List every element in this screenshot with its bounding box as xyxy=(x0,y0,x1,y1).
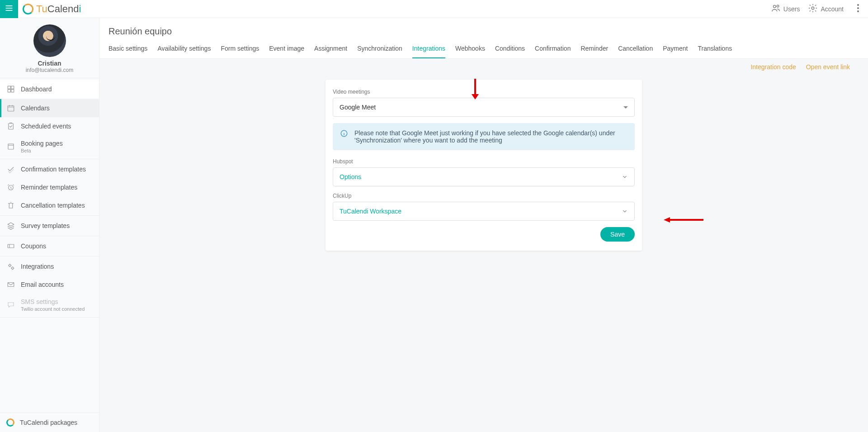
mail-icon xyxy=(6,280,15,289)
sidebar-item-survey[interactable]: Survey templates xyxy=(0,217,99,235)
hamburger-button[interactable] xyxy=(0,0,18,18)
cancel-icon xyxy=(6,201,15,210)
sidebar-item-label: Email accounts xyxy=(21,281,64,288)
tab-confirmation[interactable]: Confirmation xyxy=(535,42,571,58)
tab-reminder[interactable]: Reminder xyxy=(580,42,608,58)
sidebar-item-label: Survey templates xyxy=(21,222,70,229)
svg-point-8 xyxy=(857,10,859,12)
info-icon xyxy=(340,129,348,144)
sidebar-item-label: Coupons xyxy=(21,242,46,250)
sidebar-item-integrations[interactable]: Integrations xyxy=(0,257,99,275)
tab-conditions[interactable]: Conditions xyxy=(495,42,525,58)
sidebar-item-email[interactable]: Email accounts xyxy=(0,275,99,294)
sidebar-item-reminder[interactable]: Reminder templates xyxy=(0,178,99,196)
sidebar-item-confirmation[interactable]: Confirmation templates xyxy=(0,160,99,178)
svg-rect-15 xyxy=(8,144,14,149)
sidebar-item-label: Calendars xyxy=(21,104,50,112)
svg-point-5 xyxy=(812,7,815,9)
svg-rect-20 xyxy=(8,283,14,287)
svg-rect-14 xyxy=(9,123,14,129)
chevron-down-icon xyxy=(622,208,628,214)
tab-assignment[interactable]: Assignment xyxy=(314,42,347,58)
topbar: TuCalendi Users Account xyxy=(0,0,868,18)
tab-form-settings[interactable]: Form settings xyxy=(221,42,259,58)
clickup-select[interactable]: TuCalendi Workspace xyxy=(333,202,635,221)
tab-translations[interactable]: Translations xyxy=(698,42,732,58)
svg-rect-0 xyxy=(6,5,13,6)
more-vertical-icon xyxy=(857,4,859,14)
integrations-card: Video meetings Google Meet Please note t… xyxy=(326,80,642,251)
annotation-arrow-left xyxy=(664,216,704,225)
sidebar-item-coupons[interactable]: Coupons xyxy=(0,237,99,255)
sidebar-item-label: TuCalendi packages xyxy=(20,419,77,426)
brand-logo[interactable]: TuCalendi xyxy=(23,3,81,15)
svg-point-18 xyxy=(9,265,11,267)
tab-cancellation[interactable]: Cancellation xyxy=(618,42,653,58)
svg-point-3 xyxy=(773,5,776,8)
svg-point-19 xyxy=(12,267,14,270)
gear-icon xyxy=(808,3,818,14)
account-link[interactable]: Account xyxy=(808,3,844,14)
tab-payment[interactable]: Payment xyxy=(663,42,688,58)
select-value: TuCalendi Workspace xyxy=(340,208,401,215)
svg-rect-17 xyxy=(8,244,14,248)
sidebar-item-label: Integrations xyxy=(21,263,54,270)
tab-webhooks[interactable]: Webhooks xyxy=(455,42,485,58)
avatar[interactable] xyxy=(33,24,66,57)
profile-name: Cristian xyxy=(0,60,99,67)
sidebar-item-sub: Twilio account not connected xyxy=(21,306,85,312)
sidebar-item-scheduled[interactable]: Scheduled events xyxy=(0,117,99,135)
sidebar: Cristian info@tucalendi.com Dashboard Ca… xyxy=(0,18,99,432)
chevron-down-icon xyxy=(622,174,628,180)
users-icon xyxy=(771,3,781,14)
tab-synchronization[interactable]: Synchronization xyxy=(357,42,402,58)
tab-event-image[interactable]: Event image xyxy=(269,42,304,58)
calendar-icon xyxy=(6,104,15,113)
account-label: Account xyxy=(821,5,844,13)
action-links: Integration code Open event link xyxy=(99,59,868,71)
page-header: Reunión equipo Basic settings Availabili… xyxy=(99,18,868,59)
svg-rect-9 xyxy=(8,86,10,89)
video-meetings-label: Video meetings xyxy=(333,89,635,95)
select-value: Options xyxy=(340,173,361,180)
clipboard-icon xyxy=(6,122,15,131)
sidebar-item-booking[interactable]: Booking pages Beta xyxy=(0,135,99,158)
page-title: Reunión equipo xyxy=(108,26,859,37)
svg-marker-23 xyxy=(472,94,479,100)
layers-icon xyxy=(6,221,15,230)
sidebar-item-packages[interactable]: TuCalendi packages xyxy=(0,413,99,432)
tab-integrations[interactable]: Integrations xyxy=(412,42,445,58)
page-icon xyxy=(6,142,15,151)
hubspot-select[interactable]: Options xyxy=(333,167,635,186)
svg-marker-25 xyxy=(664,217,670,223)
tab-basic-settings[interactable]: Basic settings xyxy=(108,42,147,58)
sidebar-item-label: Reminder templates xyxy=(21,184,77,191)
save-button[interactable]: Save xyxy=(600,227,635,242)
logo-icon xyxy=(6,418,14,427)
integration-code-link[interactable]: Integration code xyxy=(750,63,796,71)
clock-icon xyxy=(6,183,15,192)
ticket-icon xyxy=(6,242,15,251)
cogs-icon xyxy=(6,262,15,271)
chat-icon xyxy=(6,300,15,309)
info-text: Please note that Google Meet just workin… xyxy=(354,129,627,144)
sidebar-item-dashboard[interactable]: Dashboard xyxy=(0,80,99,98)
video-meetings-select[interactable]: Google Meet xyxy=(333,98,635,117)
sidebar-item-label: SMS settings xyxy=(21,298,85,305)
tab-availability-settings[interactable]: Availability settings xyxy=(157,42,211,58)
svg-rect-1 xyxy=(6,8,13,9)
users-link[interactable]: Users xyxy=(771,3,800,14)
sidebar-item-sms[interactable]: SMS settings Twilio account not connecte… xyxy=(0,294,99,316)
svg-point-6 xyxy=(857,4,859,6)
brand-name: TuCalendi xyxy=(36,3,81,15)
sidebar-item-cancellation[interactable]: Cancellation templates xyxy=(0,196,99,214)
hamburger-icon xyxy=(5,4,14,14)
open-event-link[interactable]: Open event link xyxy=(806,63,850,71)
svg-rect-10 xyxy=(11,86,14,89)
check-icon xyxy=(6,165,15,174)
svg-rect-11 xyxy=(8,90,10,92)
more-button[interactable] xyxy=(852,4,864,14)
profile-block: Cristian info@tucalendi.com xyxy=(0,18,99,78)
caret-down-icon xyxy=(623,106,628,109)
sidebar-item-calendars[interactable]: Calendars xyxy=(0,99,99,117)
